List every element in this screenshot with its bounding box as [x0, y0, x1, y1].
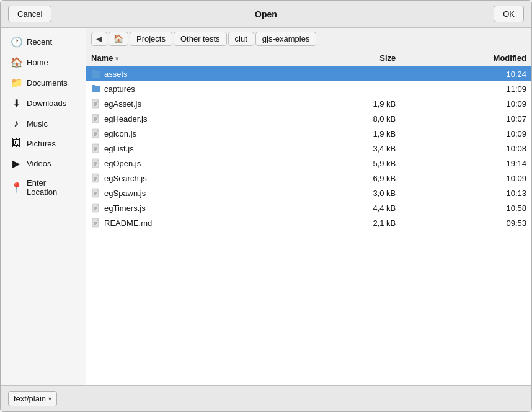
titlebar: Cancel Open OK: [1, 1, 531, 28]
file-icon: [91, 99, 101, 109]
crumb-clut[interactable]: clut: [228, 32, 254, 46]
sidebar-icon-recent: 🕐: [11, 36, 22, 48]
breadcrumb-nav: ◀ 🏠 ProjectsOther testsclutgjs-examples: [86, 28, 531, 50]
crumb-other-tests[interactable]: Other tests: [174, 32, 227, 46]
table-row[interactable]: egIcon.js1,9 kB10:09: [86, 126, 531, 141]
home-button[interactable]: 🏠: [109, 32, 128, 46]
back-button[interactable]: ◀: [91, 32, 107, 46]
file-name-egAsset.js: egAsset.js: [86, 96, 301, 111]
file-icon: [91, 188, 101, 198]
sidebar-item-videos[interactable]: ▶Videos: [3, 153, 83, 174]
col-name-header[interactable]: Name▾: [86, 50, 301, 66]
sidebar-icon-downloads: ⬇: [11, 97, 22, 109]
folder-icon: [91, 69, 101, 79]
sidebar-item-pictures[interactable]: 🖼Pictures: [3, 133, 83, 153]
sidebar-icon-pictures: 🖼: [11, 138, 22, 149]
file-name-egSpawn.js: egSpawn.js: [86, 186, 301, 200]
file-modified-README.md: 09:53: [401, 215, 531, 230]
table-row[interactable]: egOpen.js5,9 kB19:14: [86, 156, 531, 171]
sidebar-icon-documents: 📁: [11, 77, 22, 89]
file-table-container: Name▾ Size Modified assets10:24 captures…: [86, 50, 531, 385]
sidebar-label-pictures: Pictures: [27, 139, 56, 148]
file-name-egTimers.js: egTimers.js: [86, 200, 301, 215]
sidebar-item-downloads[interactable]: ⬇Downloads: [3, 93, 83, 114]
sidebar-label-enter-location: Enter Location: [27, 178, 76, 197]
file-modified-captures: 11:09: [401, 81, 531, 96]
sidebar: 🕐Recent🏠Home📁Documents⬇Downloads♪Music🖼P…: [1, 28, 86, 385]
sidebar-label-recent: Recent: [27, 37, 52, 47]
col-modified-header[interactable]: Modified: [401, 50, 531, 66]
file-modified-egSpawn.js: 10:13: [401, 186, 531, 200]
sidebar-item-home[interactable]: 🏠Home: [3, 52, 83, 73]
table-row[interactable]: egTimers.js4,4 kB10:58: [86, 200, 531, 215]
table-row[interactable]: README.md2,1 kB09:53: [86, 215, 531, 230]
table-row[interactable]: egSpawn.js3,0 kB10:13: [86, 186, 531, 200]
sidebar-item-enter-location[interactable]: 📍Enter Location: [3, 174, 83, 201]
file-name-text: egSpawn.js: [104, 189, 146, 198]
file-icon: [91, 128, 101, 138]
file-modified-egTimers.js: 10:58: [401, 200, 531, 215]
file-name-text: egList.js: [104, 144, 134, 153]
file-name-egOpen.js: egOpen.js: [86, 156, 301, 171]
file-icon: [91, 114, 101, 123]
file-area: ◀ 🏠 ProjectsOther testsclutgjs-examples …: [86, 28, 531, 385]
sort-arrow: ▾: [115, 55, 118, 62]
file-size-egSearch.js: 6,9 kB: [301, 171, 401, 186]
table-header: Name▾ Size Modified: [86, 50, 531, 66]
sidebar-item-recent[interactable]: 🕐Recent: [3, 32, 83, 52]
file-modified-egList.js: 10:08: [401, 141, 531, 156]
file-size-captures: [301, 81, 401, 96]
table-row[interactable]: egList.js3,4 kB10:08: [86, 141, 531, 156]
file-icon: [91, 218, 101, 228]
file-size-assets: [301, 66, 401, 82]
filter-dropdown[interactable]: text/plain ▾: [8, 391, 57, 406]
crumb-projects[interactable]: Projects: [130, 32, 172, 46]
file-modified-egHeader.js: 10:07: [401, 111, 531, 126]
table-row[interactable]: assets10:24: [86, 66, 531, 82]
sidebar-label-videos: Videos: [27, 159, 51, 168]
file-table-body: assets10:24 captures11:09 egAsset.js1,9 …: [86, 66, 531, 231]
sidebar-label-documents: Documents: [27, 78, 68, 87]
table-row[interactable]: captures11:09: [86, 81, 531, 96]
table-row[interactable]: egHeader.js8,0 kB10:07: [86, 111, 531, 126]
file-size-egAsset.js: 1,9 kB: [301, 96, 401, 111]
file-icon: [91, 143, 101, 153]
sidebar-icon-music: ♪: [11, 118, 22, 129]
sidebar-item-documents[interactable]: 📁Documents: [3, 73, 83, 93]
file-size-egSpawn.js: 3,0 kB: [301, 186, 401, 200]
file-icon: [91, 158, 101, 168]
file-size-README.md: 2,1 kB: [301, 215, 401, 230]
file-icon: [91, 173, 101, 183]
file-name-text: egTimers.js: [104, 204, 146, 213]
filter-label: text/plain: [14, 394, 46, 403]
file-name-text: captures: [104, 84, 135, 94]
file-name-text: egOpen.js: [104, 159, 141, 168]
file-name-assets: assets: [86, 66, 301, 82]
file-table: Name▾ Size Modified assets10:24 captures…: [86, 50, 531, 230]
file-size-egList.js: 3,4 kB: [301, 141, 401, 156]
folder-icon: [91, 84, 101, 94]
col-size-header[interactable]: Size: [301, 50, 401, 66]
crumb-gjs-examples[interactable]: gjs-examples: [255, 32, 317, 46]
file-modified-egSearch.js: 10:09: [401, 171, 531, 186]
file-modified-egOpen.js: 19:14: [401, 156, 531, 171]
sidebar-label-music: Music: [27, 119, 48, 128]
main-content: 🕐Recent🏠Home📁Documents⬇Downloads♪Music🖼P…: [1, 28, 531, 385]
file-name-text: egIcon.js: [104, 129, 136, 138]
file-size-egOpen.js: 5,9 kB: [301, 156, 401, 171]
sidebar-icon-enter-location: 📍: [11, 182, 22, 194]
table-row[interactable]: egAsset.js1,9 kB10:09: [86, 96, 531, 111]
file-name-text: assets: [104, 69, 128, 79]
table-row[interactable]: egSearch.js6,9 kB10:09: [86, 171, 531, 186]
sidebar-item-music[interactable]: ♪Music: [3, 114, 83, 133]
ok-button[interactable]: OK: [494, 6, 524, 22]
cancel-button[interactable]: Cancel: [8, 6, 51, 22]
dialog-title: Open: [255, 9, 277, 19]
sidebar-label-home: Home: [27, 58, 48, 67]
file-name-text: egAsset.js: [104, 99, 141, 109]
file-size-egHeader.js: 8,0 kB: [301, 111, 401, 126]
file-name-text: README.md: [104, 218, 152, 228]
file-size-egTimers.js: 4,4 kB: [301, 200, 401, 215]
bottom-bar: text/plain ▾: [1, 385, 531, 411]
file-name-README.md: README.md: [86, 215, 301, 230]
